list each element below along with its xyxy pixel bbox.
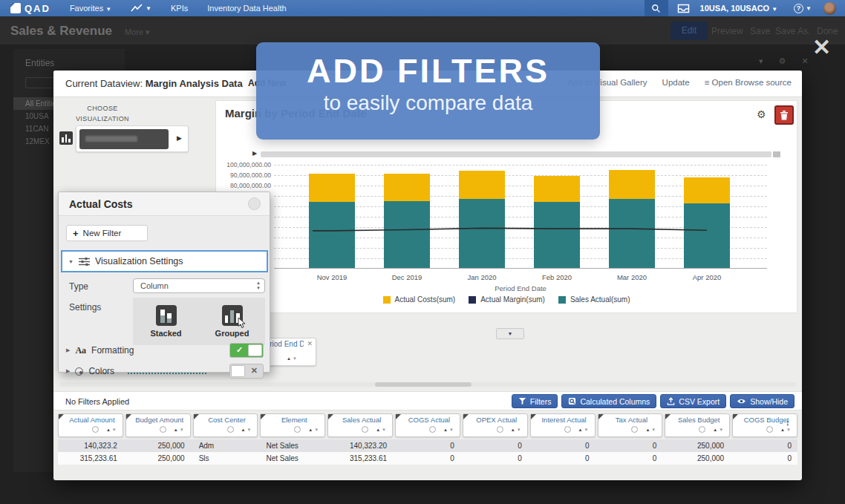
column-header-card[interactable]: Sales Budget ▲ ▼: [665, 413, 730, 437]
visualization-selector[interactable]: ▶: [76, 125, 189, 152]
sort-up-icon[interactable]: ▲: [713, 428, 717, 432]
table-row[interactable]: 140,323.2250,000AdmNet Sales140,323.2000…: [58, 439, 797, 452]
table-row[interactable]: 315,233.61250,000SlsNet Sales315,233.610…: [58, 452, 797, 465]
column-options-icon[interactable]: [766, 426, 773, 433]
funnel-icon: [518, 397, 526, 405]
sort-down-icon[interactable]: ▼: [517, 428, 521, 432]
sort-up-icon[interactable]: ▲: [511, 428, 515, 432]
nav-favorites[interactable]: Favorites▼: [70, 4, 111, 13]
gear-icon[interactable]: ⚙: [757, 108, 766, 120]
sort-up-icon[interactable]: ▲: [780, 428, 785, 432]
scrollbar-end[interactable]: [773, 151, 780, 157]
close-icon[interactable]: ✕: [812, 34, 831, 60]
column-header-card[interactable]: Actual Amount ▲ ▼: [58, 413, 123, 437]
column-options-icon[interactable]: [227, 426, 234, 433]
column-header-card[interactable]: OPEX Actual ▲ ▼: [463, 413, 528, 437]
open-browse-source-link[interactable]: ≡ Open Browse source: [705, 78, 792, 87]
save-as-button[interactable]: Save As.: [775, 26, 810, 36]
selected-visualization[interactable]: [79, 129, 169, 149]
delete-chart-button[interactable]: [774, 105, 794, 125]
card-fold-icon: [598, 414, 604, 419]
preview-button[interactable]: Preview: [711, 26, 743, 36]
scroll-left-icon[interactable]: ▶: [252, 150, 257, 157]
nav-inventory-data-health[interactable]: Inventory Data Health: [207, 4, 286, 13]
column-options-icon[interactable]: [160, 426, 166, 433]
formatting-toggle[interactable]: ✓: [229, 343, 264, 358]
nav-kpis[interactable]: KPIs: [171, 4, 188, 13]
show-hide-button[interactable]: Show/Hide: [730, 394, 795, 408]
grouped-option[interactable]: Grouped: [199, 298, 265, 345]
sort-up-icon[interactable]: ▲: [645, 428, 650, 432]
sort-down-icon[interactable]: ▼: [180, 428, 184, 432]
panel-window-controls[interactable]: ▾ ⚙ ✕: [759, 56, 815, 66]
search-button[interactable]: [645, 0, 668, 16]
card-fold-icon: [665, 414, 671, 419]
colors-section[interactable]: ▶ Colors ✕: [66, 363, 264, 379]
inbox-button[interactable]: [677, 4, 690, 13]
column-options-icon[interactable]: [631, 426, 638, 433]
x-tick-label: Feb 2020: [523, 273, 590, 281]
trend-chart-icon: [131, 4, 143, 13]
sort-up-icon[interactable]: ▲: [376, 428, 380, 432]
column-options-icon[interactable]: [497, 426, 503, 433]
stacked-option[interactable]: Stacked: [133, 298, 199, 345]
new-filter-button[interactable]: + New Filter: [66, 225, 148, 241]
filters-button[interactable]: Filters: [512, 394, 558, 408]
edit-button[interactable]: Edit: [671, 22, 708, 40]
colors-toggle[interactable]: ✕: [229, 364, 264, 379]
column-options-icon[interactable]: [362, 426, 368, 433]
formatting-section[interactable]: ▶ Aa Formatting ✓: [66, 342, 264, 359]
sort-down-icon[interactable]: ▼: [719, 428, 723, 432]
column-header-card[interactable]: Budget Amount ▲ ▼: [125, 413, 191, 437]
column-header-card[interactable]: Tax Actual ▲ ▼: [598, 413, 663, 437]
bottom-horizontal-scrollbar[interactable]: [59, 382, 796, 387]
column-resize-icon[interactable]: ↕: [786, 418, 790, 427]
sort-down-icon[interactable]: ▼: [293, 356, 297, 361]
table-cell: 250,000: [665, 454, 730, 462]
sort-down-icon[interactable]: ▼: [382, 428, 386, 432]
user-avatar[interactable]: [823, 2, 836, 15]
chart-type-select[interactable]: Column ▲▼: [133, 278, 265, 293]
nav-analytics-menu[interactable]: ▼: [131, 4, 151, 13]
column-header-card[interactable]: Interest Actual ▲ ▼: [530, 413, 596, 437]
scrollbar-handle[interactable]: [375, 382, 472, 387]
sort-down-icon[interactable]: ▼: [112, 428, 117, 432]
sort-up-icon[interactable]: ▲: [287, 356, 291, 361]
column-header-card[interactable]: Cost Center ▲ ▼: [193, 413, 258, 437]
sort-up-icon[interactable]: ▲: [106, 428, 111, 432]
column-options-icon[interactable]: [564, 426, 571, 433]
csv-export-button[interactable]: CSV Export: [660, 394, 726, 408]
column-header-card[interactable]: Element ▲ ▼: [260, 413, 325, 437]
column-options-icon[interactable]: [429, 426, 436, 433]
chart-horizontal-scrollbar[interactable]: [261, 151, 771, 157]
sort-up-icon[interactable]: ▲: [241, 428, 246, 432]
more-menu[interactable]: More ▾: [125, 27, 150, 37]
sort-down-icon[interactable]: ▼: [247, 428, 251, 432]
sort-up-icon[interactable]: ▲: [174, 428, 178, 432]
popup-option-circle[interactable]: [248, 197, 261, 210]
remove-field-icon[interactable]: ✕: [307, 340, 313, 347]
page-title: Sales & Revenue: [10, 24, 112, 39]
qad-logo[interactable]: QAD: [10, 3, 50, 14]
column-options-icon[interactable]: [294, 426, 301, 433]
sort-down-icon[interactable]: ▼: [786, 428, 791, 432]
sort-up-icon[interactable]: ▲: [578, 428, 583, 432]
sort-down-icon[interactable]: ▼: [651, 428, 656, 432]
expand-arrow-icon[interactable]: ▶: [177, 134, 182, 142]
column-options-icon[interactable]: [92, 426, 99, 433]
sort-down-icon[interactable]: ▼: [314, 428, 319, 432]
column-options-icon[interactable]: [699, 426, 705, 433]
sort-down-icon[interactable]: ▼: [449, 428, 454, 432]
help-button[interactable]: ?: [794, 4, 803, 13]
visualization-settings-section[interactable]: ▼ Visualization Settings: [61, 250, 268, 272]
save-button[interactable]: Save: [750, 26, 770, 36]
column-header-card[interactable]: COGS Actual ▲ ▼: [395, 413, 460, 437]
sort-up-icon[interactable]: ▲: [308, 428, 313, 432]
column-header-card[interactable]: Sales Actual ▲ ▼: [327, 413, 393, 437]
update-link[interactable]: Update: [662, 78, 690, 87]
collapse-chart-button[interactable]: ▼: [496, 328, 524, 339]
company-selector[interactable]: 10USA, 10USACO▼: [700, 4, 777, 13]
calculated-columns-button[interactable]: Calculated Columns: [561, 394, 656, 408]
sort-up-icon[interactable]: ▲: [443, 428, 448, 432]
sort-down-icon[interactable]: ▼: [584, 428, 589, 432]
